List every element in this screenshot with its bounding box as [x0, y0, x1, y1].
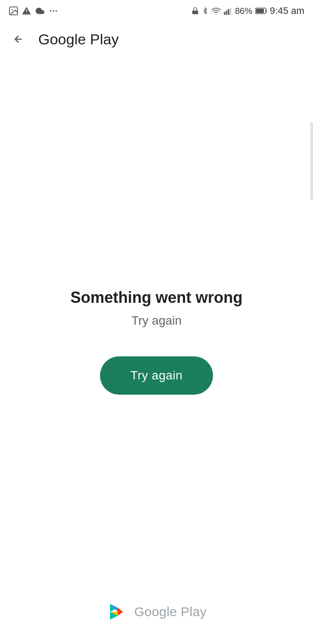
svg-rect-8	[226, 10, 227, 15]
svg-rect-12	[256, 9, 264, 13]
status-right-icons: 86% 9:45 am	[191, 5, 304, 17]
svg-point-2	[50, 10, 52, 12]
app-bar: Google Play	[0, 22, 313, 57]
battery-icon	[255, 7, 267, 15]
error-section: Something went wrong Try again Try again	[70, 288, 243, 395]
status-time: 9:45 am	[270, 5, 305, 17]
error-title: Something went wrong	[70, 288, 243, 307]
main-content: Something went wrong Try again Try again	[0, 57, 313, 592]
svg-rect-10	[230, 8, 231, 15]
svg-rect-9	[228, 9, 229, 15]
bluetooth-icon	[202, 6, 209, 16]
svg-point-6	[216, 13, 217, 14]
more-icon	[49, 6, 58, 16]
lock-icon	[191, 7, 199, 15]
brand-text: Google Play	[134, 604, 207, 619]
svg-point-4	[56, 10, 57, 12]
svg-rect-7	[224, 12, 225, 15]
signal-icon	[223, 6, 232, 16]
image-icon	[9, 6, 18, 16]
try-again-button[interactable]: Try again	[100, 356, 213, 395]
google-play-logo	[107, 601, 127, 622]
back-arrow-icon	[13, 34, 23, 44]
app-bar-title: Google Play	[38, 31, 119, 48]
svg-point-1	[11, 9, 13, 10]
cloud-icon	[35, 6, 45, 16]
battery-percentage: 86%	[235, 6, 252, 16]
status-left-icons	[9, 6, 58, 16]
svg-rect-5	[193, 10, 199, 14]
error-subtitle: Try again	[131, 314, 182, 328]
status-bar: 86% 9:45 am	[0, 0, 313, 22]
wifi-icon	[211, 6, 221, 16]
bottom-brand: Google Play	[0, 601, 313, 622]
svg-point-3	[53, 10, 54, 12]
back-button[interactable]	[9, 30, 28, 49]
warning-icon	[22, 6, 31, 16]
